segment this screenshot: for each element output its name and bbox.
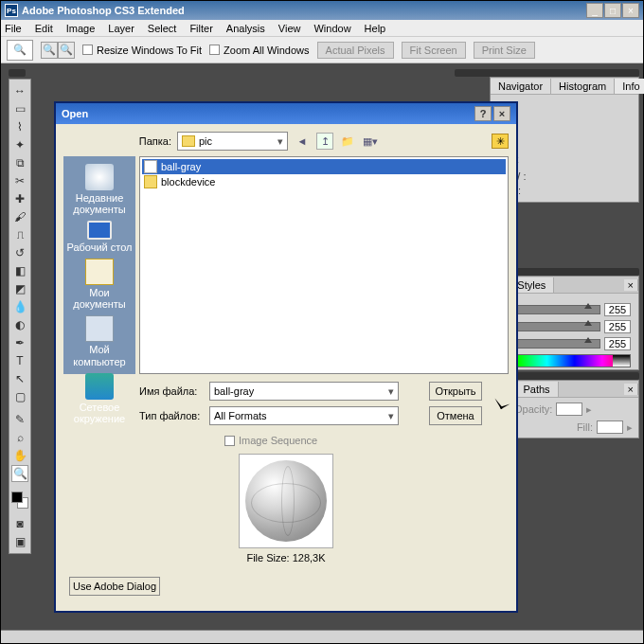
screen-mode-icon[interactable]: ▣ — [11, 533, 28, 550]
zoom-out-icon[interactable]: 🔍 — [58, 42, 75, 59]
minimize-button[interactable]: _ — [586, 3, 603, 18]
look-in-label: Папка: — [134, 135, 171, 147]
eraser-tool-icon[interactable]: ◧ — [11, 262, 28, 279]
maximize-button[interactable]: □ — [604, 3, 621, 18]
new-folder-icon[interactable]: ✳ — [492, 134, 509, 149]
menu-filter[interactable]: Filter — [189, 23, 212, 34]
places-bar: Недавние документы Рабочий стол Мои доку… — [63, 156, 135, 374]
panel-close-icon[interactable]: × — [624, 384, 638, 395]
zoom-tool-icon[interactable]: 🔍 — [11, 465, 28, 482]
image-sequence-label: Image Sequence — [239, 435, 317, 446]
resize-windows-checkbox[interactable]: Resize Windows To Fit — [82, 45, 202, 56]
open-dialog: Open ? × Папка: pic ◄ ↥ 📁 ▦▾ ✳ Недавни — [54, 101, 518, 613]
menu-file[interactable]: File — [5, 23, 22, 34]
pen-tool-icon[interactable]: ✒ — [11, 334, 28, 351]
menu-select[interactable]: Select — [148, 23, 177, 34]
look-in-select[interactable]: pic — [177, 132, 288, 151]
history-tool-icon[interactable]: ↺ — [11, 244, 28, 261]
filename-label: Имя файла: — [139, 385, 204, 397]
color-r-value[interactable]: 255 — [604, 303, 631, 316]
network-icon — [85, 373, 114, 400]
app-title: Adobe Photoshop CS3 Extended — [22, 5, 586, 16]
up-folder-icon[interactable]: ↥ — [316, 133, 333, 150]
stamp-tool-icon[interactable]: ⎍ — [11, 226, 28, 243]
menu-layer[interactable]: Layer — [108, 23, 134, 34]
preview-image — [245, 460, 327, 542]
image-file-icon — [144, 160, 157, 173]
wand-tool-icon[interactable]: ✦ — [11, 136, 28, 153]
notes-tool-icon[interactable]: ✎ — [11, 411, 28, 428]
gradient-tool-icon[interactable]: ◩ — [11, 280, 28, 297]
views-icon[interactable]: ▦▾ — [362, 133, 379, 150]
filename-input[interactable]: ball-gray — [209, 382, 399, 401]
menu-image[interactable]: Image — [66, 23, 96, 34]
menu-help[interactable]: Help — [365, 23, 386, 34]
file-item[interactable]: blockdevice — [142, 174, 506, 189]
panel-close-icon[interactable]: × — [624, 279, 638, 291]
place-network[interactable]: Сетевое окружение — [63, 371, 135, 426]
close-button[interactable]: × — [622, 3, 639, 18]
filetype-select[interactable]: All Formats — [209, 406, 399, 425]
lasso-tool-icon[interactable]: ⌇ — [11, 118, 28, 135]
color-b-value[interactable]: 255 — [604, 337, 631, 350]
place-recent[interactable]: Недавние документы — [63, 162, 135, 217]
place-mydocs[interactable]: Мои документы — [63, 257, 135, 312]
zoom-all-checkbox[interactable]: Zoom All Windows — [209, 45, 309, 56]
type-tool-icon[interactable]: T — [11, 352, 28, 369]
toolbox: ↔ ▭ ⌇ ✦ ⧉ ✂ ✚ 🖌 ⎍ ↺ ◧ ◩ 💧 ◐ ✒ T ↖ ▢ ✎ ⌕ … — [9, 79, 31, 554]
menu-window[interactable]: Window — [313, 23, 350, 34]
dialog-help-button[interactable]: ? — [474, 106, 492, 121]
path-tool-icon[interactable]: ↖ — [11, 370, 28, 387]
panel-grip[interactable] — [455, 69, 639, 77]
zoom-tool-indicator[interactable]: 🔍 — [7, 40, 33, 61]
tab-paths[interactable]: Paths — [515, 382, 558, 397]
brush-tool-icon[interactable]: 🖌 — [11, 208, 28, 225]
color-g-value[interactable]: 255 — [604, 320, 631, 333]
menu-analysis[interactable]: Analysis — [226, 23, 265, 34]
back-icon[interactable]: ◄ — [294, 133, 311, 150]
blur-tool-icon[interactable]: 💧 — [11, 298, 28, 315]
photoshop-icon: Ps — [5, 4, 18, 17]
mydocs-icon — [85, 259, 114, 285]
dialog-title: Open — [62, 108, 473, 119]
status-bar — [1, 630, 643, 643]
place-desktop[interactable]: Рабочий стол — [66, 219, 132, 255]
open-button[interactable]: Открыть — [429, 382, 482, 401]
file-size-label: File Size: 128,3K — [239, 552, 333, 564]
menu-edit[interactable]: Edit — [35, 23, 53, 34]
menu-view[interactable]: View — [278, 23, 301, 34]
fill-input[interactable] — [597, 420, 623, 434]
opacity-input[interactable] — [556, 402, 582, 416]
tab-info[interactable]: Info — [615, 79, 644, 94]
image-sequence-checkbox[interactable] — [224, 436, 235, 446]
computer-icon — [85, 315, 114, 342]
heal-tool-icon[interactable]: ✚ — [11, 190, 28, 207]
fit-screen-button[interactable]: Fit Screen — [402, 42, 466, 59]
options-bar: 🔍 🔍 🔍 Resize Windows To Fit Zoom All Win… — [1, 37, 643, 63]
place-mycomputer[interactable]: Мой компьютер — [63, 313, 135, 368]
print-size-button[interactable]: Print Size — [474, 42, 535, 59]
toolbox-grip[interactable] — [9, 69, 26, 77]
eyedropper-tool-icon[interactable]: ⌕ — [11, 429, 28, 446]
hand-tool-icon[interactable]: ✋ — [11, 447, 28, 464]
marquee-tool-icon[interactable]: ▭ — [11, 100, 28, 117]
zoom-in-icon[interactable]: 🔍 — [41, 42, 58, 59]
dialog-close-button[interactable]: × — [493, 106, 510, 121]
cancel-button[interactable]: Отмена — [429, 406, 482, 425]
explorer-icon[interactable]: 📁 — [339, 133, 356, 150]
file-icon — [144, 175, 157, 188]
file-list[interactable]: ball-gray blockdevice — [139, 156, 509, 374]
file-item[interactable]: ball-gray — [142, 159, 506, 174]
dodge-tool-icon[interactable]: ◐ — [11, 316, 28, 333]
move-tool-icon[interactable]: ↔ — [11, 82, 28, 99]
crop-tool-icon[interactable]: ⧉ — [11, 154, 28, 171]
actual-pixels-button[interactable]: Actual Pixels — [317, 42, 394, 59]
slice-tool-icon[interactable]: ✂ — [11, 172, 28, 189]
use-adobe-dialog-button[interactable]: Use Adobe Dialog — [69, 577, 160, 596]
shape-tool-icon[interactable]: ▢ — [11, 388, 28, 405]
tab-histogram[interactable]: Histogram — [551, 79, 615, 94]
tab-navigator[interactable]: Navigator — [491, 79, 551, 94]
folder-icon — [182, 135, 195, 147]
color-swatches[interactable] — [11, 492, 30, 514]
quick-mask-icon[interactable]: ◙ — [11, 515, 28, 532]
